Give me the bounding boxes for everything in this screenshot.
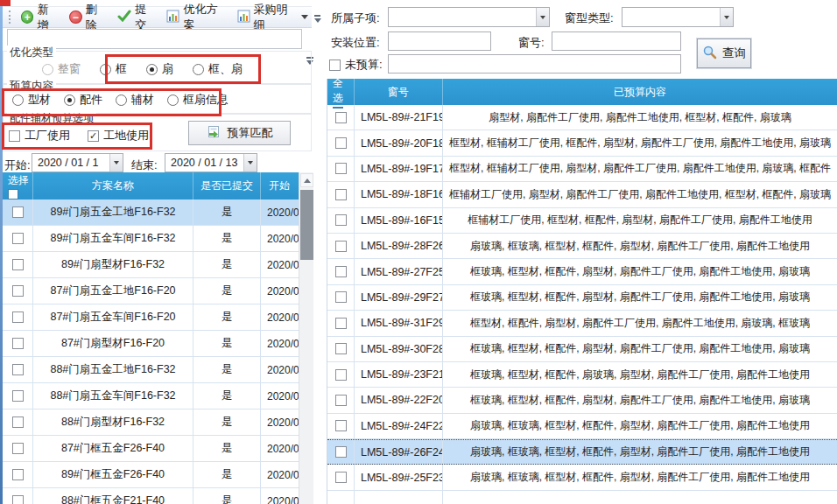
plan-table-row[interactable]: 87#门扇五金车间F16-F20是2020/0 — [3, 304, 313, 331]
plan-table-row[interactable]: 88#门扇五金车间F16-F32是2020/0 — [3, 383, 313, 410]
row-checkbox[interactable] — [12, 259, 24, 270]
row-checkbox[interactable] — [12, 312, 24, 323]
row-checkbox[interactable] — [12, 285, 24, 297]
date-start-dropdown-button[interactable] — [109, 154, 123, 172]
row-checkbox[interactable] — [12, 443, 24, 454]
budget-table-row[interactable]: LM5L-89#-19F17框型材, 框辅材工厂使用, 扇型材, 扇配件工厂使用… — [327, 157, 837, 182]
select-all-checkbox[interactable] — [8, 189, 18, 200]
radio-option-框扇信息[interactable]: 框扇信息 — [167, 92, 229, 108]
date-end-dropdown-button[interactable] — [243, 154, 257, 172]
plan-table-row[interactable]: 89#门扇型材F16-F32是2020/0 — [3, 252, 313, 278]
budget-table-row[interactable]: LM5L-89#-30F28框玻璃, 框型材, 框配件, 扇型材, 扇配件工厂使… — [327, 337, 837, 362]
row-checkbox[interactable] — [335, 446, 347, 458]
budget-table-row[interactable]: LM5L-89#-20F18框型材, 框辅材工厂使用, 框配件, 扇型材, 扇配… — [327, 130, 837, 156]
sub-item-select[interactable] — [388, 7, 550, 27]
row-checkbox[interactable] — [335, 343, 347, 354]
radio-option-框[interactable]: 框 — [100, 61, 127, 77]
add-icon: + — [21, 10, 33, 24]
row-select-cell — [327, 130, 355, 155]
budget-header-window-no[interactable]: 窗号 — [355, 79, 443, 105]
row-checkbox[interactable] — [12, 390, 24, 402]
query-button[interactable]: 查询 — [697, 38, 751, 68]
budget-table-row[interactable]: LM5L-89#-23F21框玻璃, 框型材, 框配件, 扇玻璃, 扇型材, 扇… — [327, 362, 837, 388]
start-date-cell: 2020/0 — [261, 462, 299, 487]
row-checkbox[interactable] — [12, 469, 24, 480]
budget-content-cell: 扇玻璃, 框玻璃, 框型材, 框配件, 扇型材, 扇配件工厂使用, 扇配件工地使… — [443, 234, 837, 258]
plan-header-submitted[interactable]: 是否已提交 — [193, 172, 261, 200]
plan-header-name[interactable]: 方案名称 — [33, 172, 193, 200]
row-checkbox[interactable] — [335, 318, 347, 329]
budget-table-row[interactable]: LM5L-89#-26F24扇玻璃, 框玻璃, 框型材, 框配件, 扇型材, 扇… — [327, 439, 837, 465]
budget-table-row[interactable]: LM5L-89#-29F27框玻璃, 框型材, 框配件, 扇型材, 扇配件工厂使… — [327, 285, 837, 311]
row-checkbox[interactable] — [335, 163, 347, 174]
window-type-select[interactable] — [622, 7, 734, 27]
row-checkbox[interactable] — [335, 369, 347, 381]
row-checkbox[interactable] — [335, 214, 347, 226]
window-type-dropdown-button[interactable] — [720, 8, 733, 26]
row-checkbox[interactable] — [335, 137, 347, 149]
radio-option-配件[interactable]: 配件 — [64, 92, 102, 108]
row-checkbox[interactable] — [335, 266, 347, 277]
install-position-input[interactable] — [388, 32, 491, 51]
no-budget-filter[interactable]: 未预算: — [329, 57, 383, 73]
checkbox-option-工地使用[interactable]: 工地使用 — [88, 128, 149, 144]
budget-table-row[interactable]: LM5L-89#-16F15框辅材工厂使用, 框型材, 框配件, 扇型材, 扇配… — [327, 208, 837, 234]
scrollbar-up-button[interactable] — [300, 173, 313, 187]
plan-table-row[interactable]: 89#门扇五金工地F16-F32是2020/0 — [3, 200, 313, 226]
plan-table-row[interactable]: 88#门扇五金工地F16-F32是2020/0 — [3, 357, 313, 383]
row-checkbox[interactable] — [12, 416, 24, 428]
row-checkbox[interactable] — [335, 112, 347, 123]
row-select-cell — [3, 357, 33, 382]
plan-header-start[interactable]: 开始 — [261, 172, 299, 200]
scrollbar-thumb[interactable] — [300, 190, 313, 260]
budget-table-row[interactable]: LM5L-89#-18F16框辅材工厂使用, 扇型材, 扇配件工厂使用, 扇配件… — [327, 182, 837, 207]
row-checkbox[interactable] — [12, 233, 24, 244]
plan-table-row[interactable]: 88#门扇型材F16-F32是2020/0 — [3, 410, 313, 436]
radio-option-框、扇[interactable]: 框、扇 — [193, 61, 243, 77]
plan-table-row[interactable]: 87#门扇五金工地F16-F20是2020/0 — [3, 278, 313, 304]
toolbar-overflow-button[interactable] — [313, 11, 322, 26]
budget-table-empty-row — [327, 491, 837, 504]
budget-table-row[interactable]: LM5L-89#-31F29框型材, 框配件, 扇型材, 扇配件工厂使用, 扇配… — [327, 311, 837, 336]
budget-table-row[interactable]: LM5L-89#-24F22扇玻璃, 框玻璃, 框型材, 框配件, 扇型材, 扇… — [327, 414, 837, 439]
budget-table-row[interactable]: LM5L-89#-27F25框玻璃, 框型材, 框配件, 扇型材, 扇配件工厂使… — [327, 259, 837, 284]
toolbar-grip-handle[interactable] — [9, 10, 11, 24]
row-checkbox[interactable] — [335, 472, 347, 483]
row-checkbox[interactable] — [335, 420, 347, 431]
radio-option-辅材[interactable]: 辅材 — [116, 92, 154, 108]
row-checkbox[interactable] — [12, 206, 24, 218]
plan-table-row[interactable]: 88#门框五金F21-F40是2020/0 — [3, 488, 313, 504]
submitted-cell: 是 — [193, 200, 261, 225]
budget-table-body: LM5L-89#-21F19扇型材, 扇配件工厂使用, 扇配件工地使用, 框型材… — [327, 105, 837, 504]
date-end-picker[interactable]: 2020 / 01 / 13 — [165, 153, 257, 172]
sub-item-dropdown-button[interactable] — [536, 8, 549, 26]
date-start-picker[interactable]: 2020 / 01 / 1 — [32, 153, 123, 172]
row-checkbox[interactable] — [335, 189, 347, 200]
radio-option-型材[interactable]: 型材 — [12, 92, 51, 108]
window-no-input[interactable] — [552, 32, 681, 51]
row-checkbox[interactable] — [335, 241, 347, 252]
radio-option-扇[interactable]: 扇 — [146, 61, 173, 77]
row-checkbox[interactable] — [335, 291, 347, 303]
budget-table-row[interactable]: LM5L-89#-21F19扇型材, 扇配件工厂使用, 扇配件工地使用, 框型材… — [327, 105, 837, 130]
row-checkbox[interactable] — [12, 364, 24, 375]
plan-table-row[interactable]: 87#门扇型材F16-F20是2020/0 — [3, 331, 313, 357]
checkbox-option-工厂使用[interactable]: 工厂使用 — [9, 128, 70, 144]
budget-table-row[interactable]: LM5L-89#-22F20框玻璃, 框型材, 框配件, 扇型材, 扇配件工厂使… — [327, 388, 837, 413]
no-budget-input[interactable] — [388, 54, 681, 74]
row-checkbox[interactable] — [12, 495, 24, 504]
budget-header-select-all: 全选 — [327, 79, 355, 105]
budget-match-button[interactable]: 预算匹配 — [188, 121, 291, 145]
budget-content-cell: 框玻璃, 框型材, 框配件, 扇型材, 扇配件工厂使用, 扇配件工地使用, 扇玻… — [443, 259, 837, 284]
budget-table-row[interactable]: LM5L-89#-25F23扇玻璃, 框玻璃, 框型材, 框配件, 扇型材, 扇… — [327, 465, 837, 490]
no-budget-checkbox[interactable] — [329, 60, 341, 71]
plan-table-row[interactable]: 89#门框五金F26-F40是2020/0 — [3, 462, 313, 488]
row-checkbox[interactable] — [335, 395, 347, 406]
budget-header-content[interactable]: 已预算内容 — [443, 79, 837, 105]
plan-table-row[interactable]: 87#门框五金F26-F40是2020/0 — [3, 436, 313, 462]
plan-table-row[interactable]: 89#门扇五金车间F16-F32是2020/0 — [3, 226, 313, 252]
empty-cell — [327, 491, 355, 504]
budget-table-row[interactable]: LM5L-89#-28F26扇玻璃, 框玻璃, 框型材, 框配件, 扇型材, 扇… — [327, 234, 837, 259]
plan-table-scrollbar[interactable] — [299, 172, 313, 504]
row-checkbox[interactable] — [12, 338, 24, 349]
